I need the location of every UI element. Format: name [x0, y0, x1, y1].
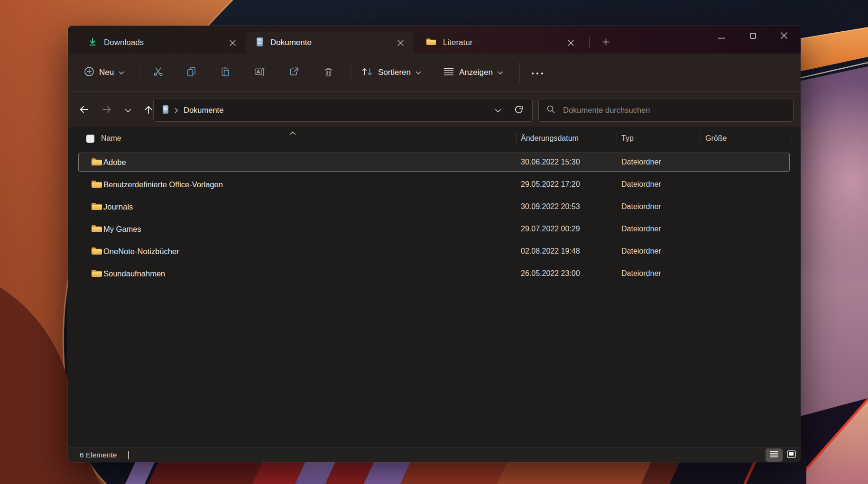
toolbar-divider	[140, 62, 140, 83]
folder-icon	[91, 180, 102, 191]
file-type: Dateiordner	[621, 153, 661, 172]
file-row-office-vorlagen[interactable]: Benutzerdefinierte Office-Vorlagen 29.05…	[78, 175, 790, 194]
file-modified-date: 30.09.2022 20:53	[521, 197, 580, 216]
item-count: 6 Elemente	[80, 448, 117, 462]
breadcrumb-location[interactable]: Dokumente	[184, 106, 223, 115]
file-type: Dateiordner	[621, 264, 661, 283]
column-divider	[792, 131, 792, 146]
column-header-size[interactable]: Größe	[705, 127, 727, 150]
more-icon	[531, 68, 544, 77]
address-bar[interactable]: Dokumente	[153, 99, 533, 122]
details-view-icon	[770, 451, 778, 459]
file-type: Dateiordner	[621, 219, 661, 238]
copy-icon	[186, 66, 197, 79]
sort-ascending-caret-icon	[289, 128, 296, 137]
maximize-icon	[750, 32, 756, 41]
close-window-button[interactable]	[768, 26, 800, 47]
file-name: OneNote-Notizbücher	[103, 242, 179, 261]
file-modified-date: 26.05.2022 23:00	[521, 264, 580, 283]
file-name: Soundaufnahmen	[103, 264, 165, 283]
new-item-label: Neu	[99, 68, 114, 77]
file-name: My Games	[103, 219, 141, 238]
plus-icon	[602, 38, 609, 47]
close-tab-icon[interactable]	[393, 36, 407, 50]
view-lines-icon	[443, 67, 454, 79]
file-modified-date: 29.05.2022 17:20	[521, 175, 580, 194]
close-tab-icon[interactable]	[563, 36, 578, 50]
address-chevron-down-icon[interactable]	[495, 106, 501, 115]
tab-label: Downloads	[104, 38, 144, 47]
back-button[interactable]	[75, 102, 92, 119]
chevron-down-icon	[498, 68, 503, 77]
document-icon	[162, 105, 169, 116]
select-all-checkbox[interactable]	[86, 135, 94, 143]
back-icon	[79, 104, 89, 117]
new-item-button[interactable]: Neu	[78, 63, 130, 82]
folder-icon	[91, 157, 102, 168]
details-view-button[interactable]	[766, 448, 783, 462]
large-icons-view-button[interactable]	[783, 448, 800, 462]
status-bar: 6 Elemente	[68, 447, 801, 462]
folder-icon	[426, 37, 436, 48]
copy-button[interactable]	[181, 63, 202, 82]
sort-dropdown[interactable]: Sortieren	[358, 63, 424, 82]
view-label: Anzeigen	[459, 68, 493, 77]
search-box[interactable]	[538, 99, 794, 122]
file-list: Adobe 30.06.2022 15:30 Dateiordner Benut…	[78, 153, 790, 286]
window-controls	[706, 26, 800, 47]
file-row-my-games[interactable]: My Games 29.07.2022 00:29 Dateiordner	[78, 219, 790, 238]
tab-literatur[interactable]: Literatur	[416, 32, 583, 54]
folder-icon	[91, 202, 102, 213]
history-chevron-icon	[125, 106, 131, 115]
column-header-type[interactable]: Typ	[621, 127, 634, 150]
file-type: Dateiordner	[621, 242, 661, 261]
cut-button[interactable]	[148, 63, 168, 82]
forward-button[interactable]	[98, 102, 115, 119]
minimize-icon	[718, 32, 725, 41]
tab-dokumente[interactable]: Dokumente	[246, 32, 413, 54]
paste-button[interactable]	[215, 63, 236, 82]
view-dropdown[interactable]: Anzeigen	[440, 63, 506, 82]
search-icon	[546, 105, 555, 116]
file-name: Adobe	[103, 153, 126, 172]
file-list-pane: Name Änderungsdatum Typ Größe Adobe 30.0…	[68, 127, 801, 447]
file-row-journals[interactable]: Journals 30.09.2022 20:53 Dateiordner	[78, 197, 790, 216]
tab-bar: Downloads Dokumente	[68, 26, 801, 54]
close-tab-icon[interactable]	[225, 36, 240, 50]
forward-icon	[102, 104, 112, 117]
folder-icon	[91, 269, 102, 280]
column-header-name[interactable]: Name	[101, 127, 121, 150]
navigation-bar: Dokumente	[68, 92, 801, 127]
column-divider	[701, 131, 701, 146]
tab-bar-divider	[589, 37, 590, 48]
file-type: Dateiordner	[621, 175, 661, 194]
refresh-icon[interactable]	[514, 105, 524, 116]
search-input[interactable]	[562, 105, 785, 115]
command-toolbar: Neu	[68, 54, 801, 92]
more-options-button[interactable]	[527, 63, 548, 82]
chevron-down-icon	[416, 68, 421, 77]
rename-button[interactable]	[249, 63, 270, 82]
file-row-adobe[interactable]: Adobe 30.06.2022 15:30 Dateiordner	[78, 153, 790, 172]
file-row-soundaufnahmen[interactable]: Soundaufnahmen 26.05.2022 23:00 Dateiord…	[78, 264, 790, 283]
paste-icon	[220, 66, 231, 79]
minimize-button[interactable]	[706, 26, 737, 47]
folder-icon	[91, 224, 102, 235]
cut-icon	[153, 66, 164, 79]
share-button[interactable]	[283, 63, 304, 82]
column-divider	[617, 131, 617, 146]
toolbar-divider	[519, 62, 520, 83]
new-tab-button[interactable]	[596, 35, 615, 51]
close-icon	[781, 32, 787, 41]
delete-button[interactable]	[318, 63, 339, 82]
file-name: Journals	[103, 197, 133, 216]
column-header-modified[interactable]: Änderungsdatum	[521, 127, 579, 150]
maximize-button[interactable]	[737, 26, 768, 47]
large-icons-view-icon	[787, 450, 796, 460]
tab-label: Literatur	[443, 38, 472, 47]
file-type: Dateiordner	[621, 197, 661, 216]
rename-icon	[254, 66, 265, 79]
recent-locations-button[interactable]	[120, 102, 137, 119]
tab-downloads[interactable]: Downloads	[78, 32, 245, 54]
file-row-onenote[interactable]: OneNote-Notizbücher 02.08.2022 19:48 Dat…	[78, 242, 790, 261]
